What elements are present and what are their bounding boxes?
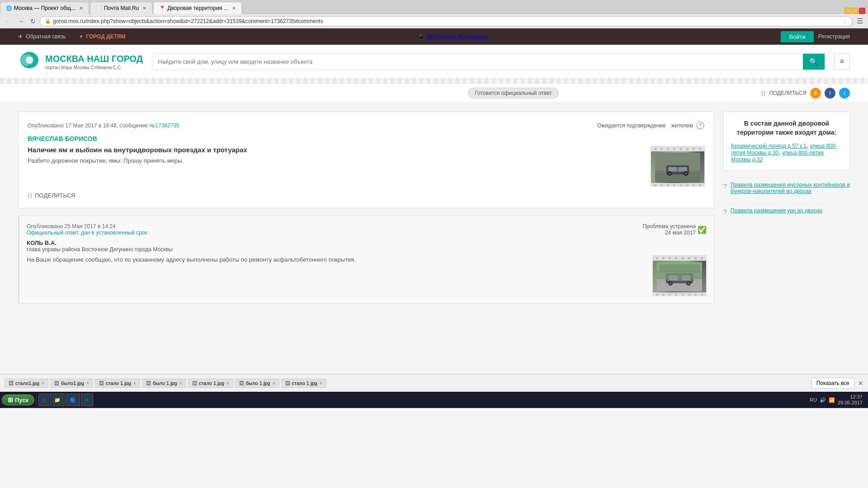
file-icon-4: 🖼 <box>192 380 197 386</box>
tab-2[interactable]: ✉️ Почта Mail.Ru ✕ <box>90 2 152 14</box>
taskbar-items: e 📁 🔵 ✉ <box>38 394 805 406</box>
svg-point-23 <box>670 282 672 284</box>
reply-thumbnail[interactable] <box>652 255 707 296</box>
dot <box>654 148 656 150</box>
dot <box>680 184 682 187</box>
start-icon: ⊞ <box>8 396 13 404</box>
dot <box>667 184 669 187</box>
search-input[interactable] <box>152 55 803 69</box>
share-label: ПОДЕЛИТЬСЯ <box>769 90 807 96</box>
close-download-bar-button[interactable]: ✕ <box>858 380 863 387</box>
share-bar[interactable]: ⟨⟩ ПОДЕЛИТЬСЯ ₿ f t <box>761 88 850 99</box>
show-all-downloads-button[interactable]: Показать все <box>811 378 854 389</box>
post-thumbnail[interactable] <box>651 146 705 187</box>
sidebar-buildings-card: В состав данной дворовой территории такж… <box>723 112 850 170</box>
download-item-2[interactable]: 🖼 стало 1.jpg ∧ <box>95 379 140 388</box>
status-bar: Готовится официальный ответ ⟨⟩ ПОДЕЛИТЬС… <box>0 84 868 103</box>
chevron-icon-2: ∧ <box>133 380 136 385</box>
file-icon-0: 🖼 <box>9 380 14 386</box>
children-label: ГОРОД ДЕТЯМ <box>86 33 125 40</box>
thumbnail-dots-top <box>651 146 704 151</box>
download-filename-4: стало 1.jpg <box>199 380 224 386</box>
bookmark-icon[interactable]: ☆ <box>843 18 848 24</box>
sidebar-link-0[interactable]: Керамический проезд д.57 к.1 <box>731 143 807 149</box>
children-logo-icon: ♥ <box>80 33 83 40</box>
register-link[interactable]: Регистрация <box>818 33 850 40</box>
tab-1[interactable]: 🌐 Москва — Проект общ... ✕ <box>0 2 89 14</box>
download-item-1[interactable]: 🖼 было1.jpg ∧ <box>50 379 93 388</box>
resolved-date: 24 мая 2017 <box>642 230 696 236</box>
login-button[interactable]: Войти <box>781 31 813 42</box>
tab-2-close[interactable]: ✕ <box>142 5 146 11</box>
tab-2-label: Почта Mail.Ru <box>104 5 139 11</box>
post-share[interactable]: ⟨⟩ ПОДЕЛИТЬСЯ <box>28 192 705 199</box>
taskbar-chrome-icon[interactable]: 🔵 <box>66 394 80 406</box>
topbar-left: ✈ Обратная связь ♥ ГОРОД ДЕТЯМ <box>18 33 125 40</box>
browser-toolbar: ← → ↻ 🔒 ☆ ☰ <box>0 14 868 28</box>
address-input[interactable] <box>53 18 840 24</box>
dot <box>673 148 675 150</box>
sidebar-links: Керамический проезд д.57 к.1, улица 800-… <box>731 142 842 163</box>
tray-speaker-icon: 🔊 <box>820 397 826 403</box>
taskbar-outlook-icon[interactable]: ✉ <box>81 394 93 406</box>
chevron-icon-6: ∧ <box>319 380 322 385</box>
settings-icon[interactable]: ☰ <box>854 16 865 26</box>
post-share-label: ПОДЕЛИТЬСЯ <box>35 192 75 199</box>
tray-date-display: 29.05.2017 <box>838 400 863 406</box>
dot <box>662 294 665 296</box>
taskbar: ⊞ Пуск e 📁 🔵 ✉ RU 🔊 📶 12:37 29.05.2017 <box>0 392 868 408</box>
restore-button[interactable] <box>852 8 858 14</box>
facebook-share-button[interactable]: f <box>825 88 835 99</box>
taskbar-ie-icon[interactable]: e <box>38 394 49 406</box>
post-message-link[interactable]: №17362735 <box>149 122 179 129</box>
download-item-0[interactable]: 🖼 стало1.jpg ∧ <box>5 379 48 388</box>
download-item-3[interactable]: 🖼 было 1.jpg ∧ <box>142 379 186 388</box>
sidebar-info-link-1[interactable]: Правила размещения мусорных контейнеров … <box>731 182 850 194</box>
start-button[interactable]: ⊞ Пуск <box>2 394 34 405</box>
share-icon: ⟨⟩ <box>761 89 765 97</box>
dot <box>694 257 697 259</box>
taskbar-explorer-icon[interactable]: 📁 <box>50 394 65 406</box>
tab-3-close[interactable]: ✕ <box>232 5 236 11</box>
children-link[interactable]: ♥ ГОРОД ДЕТЯМ <box>80 33 126 40</box>
refresh-button[interactable]: ↻ <box>28 17 38 26</box>
dot <box>675 294 677 296</box>
dot <box>682 257 684 259</box>
feedback-icon: ✈ <box>18 33 23 40</box>
post-meta-left: Опубликовано 17 Мая 2017 в 18:48, сообще… <box>28 122 179 129</box>
dot <box>654 184 656 187</box>
tab-3[interactable]: 📍 Дворовая территория ... ✕ <box>153 2 241 14</box>
tab-2-icon: ✉️ <box>96 5 102 11</box>
btc-share-button[interactable]: ₿ <box>810 88 821 99</box>
feedback-link[interactable]: ✈ Обратная связь <box>18 33 66 40</box>
tab-1-close[interactable]: ✕ <box>79 5 83 11</box>
back-button[interactable]: ← <box>3 17 14 26</box>
sidebar-info-link-2[interactable]: Правила размещения урн во дворах <box>731 207 822 214</box>
chevron-icon-0: ∧ <box>41 380 44 385</box>
download-item-5[interactable]: 🖼 было 1.jpg ∧ <box>235 379 279 388</box>
dot <box>701 294 703 296</box>
menu-button[interactable]: ≡ <box>834 53 850 70</box>
close-button[interactable] <box>859 8 865 14</box>
address-bar[interactable]: 🔒 ☆ <box>40 16 853 26</box>
download-filename-6: стало 1.jpg <box>292 380 317 386</box>
logo-title-plain: МОСКВА <box>45 54 85 64</box>
post-author[interactable]: ВЯЧЕСЛАВ БОРИСОВ <box>28 135 705 142</box>
minimize-button[interactable] <box>844 8 851 14</box>
logo-title: МОСКВА НАШ ГОРОД <box>45 53 143 65</box>
download-items: 🖼 стало1.jpg ∧ 🖼 было1.jpg ∧ 🖼 стало 1.j… <box>5 379 811 388</box>
chevron-icon-1: ∧ <box>86 380 89 385</box>
mobile-link[interactable]: Мобильное приложение <box>427 33 488 40</box>
post-image <box>651 151 704 183</box>
post-text-area: Наличие ям и выбоин на внутридворовых пр… <box>28 146 643 165</box>
post-card: Опубликовано 17 Мая 2017 в 18:48, сообще… <box>18 112 714 208</box>
download-item-6[interactable]: 🖼 стало 1.jpg ∧ <box>281 379 326 388</box>
mobile-label: Мобильное приложение <box>427 33 488 40</box>
dot <box>669 257 671 259</box>
search-button[interactable]: 🔍 <box>803 54 825 70</box>
download-item-4[interactable]: 🖼 стало 1.jpg ∧ <box>188 379 233 388</box>
reply-thumbnail-dots-bottom <box>653 292 706 296</box>
file-icon-3: 🖼 <box>146 380 151 386</box>
forward-button[interactable]: → <box>15 17 26 26</box>
twitter-share-button[interactable]: t <box>839 88 850 99</box>
